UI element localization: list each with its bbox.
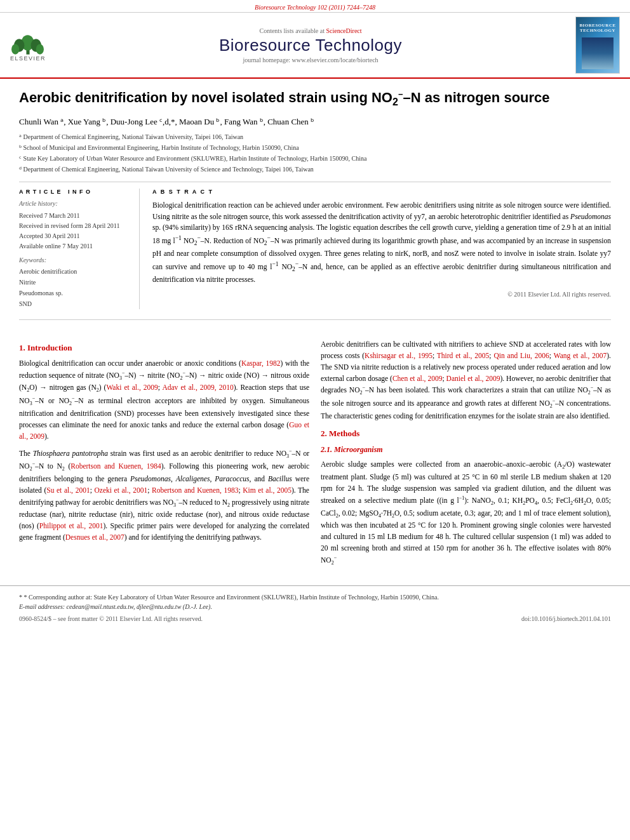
footnote-star-symbol: *: [19, 594, 24, 601]
affiliation-c: ᶜ State Key Laboratory of Urban Water Re…: [19, 154, 611, 163]
keyword-3: Pseudomonas sp.: [19, 288, 130, 298]
available-date: Available online 7 May 2011: [19, 241, 130, 251]
svg-point-4: [11, 44, 19, 54]
abstract-column: A B S T R A C T Biological denitrificati…: [152, 189, 611, 309]
article-history-label: Article history:: [19, 200, 130, 207]
ref-qin[interactable]: Qin and Liu, 2006: [493, 352, 549, 359]
footnote-corresponding-author: * Corresponding author at: State Key Lab…: [24, 594, 439, 601]
methods-para-1: Aerobic sludge samples were collected fr…: [321, 459, 611, 567]
intro-para-1: Biological denitrification can occur und…: [19, 358, 309, 443]
header-inner: ELSEVIER Contents lists available at Sci…: [0, 12, 630, 77]
intro-para-2: The Thiosphaera pantotropha strain was f…: [19, 448, 309, 543]
journal-title-block: Contents lists available at ScienceDirec…: [46, 27, 575, 63]
ref-kaspar[interactable]: Kaspar, 1982: [241, 359, 281, 367]
page-footer: * * Corresponding author at: State Key L…: [0, 585, 630, 626]
sciencedirect-link: Contents lists available at ScienceDirec…: [52, 27, 569, 34]
elsevier-label: ELSEVIER: [10, 55, 46, 62]
cover-title-text: BIORESOURCE TECHNOLOGY: [577, 21, 617, 36]
methods-section-title: 2. Methods: [321, 427, 611, 440]
ref-robertson1984[interactable]: Robertson and Kuenen, 1984: [70, 462, 161, 470]
received-revised-date: Received in revised form 28 April 2011: [19, 221, 130, 231]
footer-bottom-bar: 0960-8524/$ – see front matter © 2011 El…: [19, 615, 611, 622]
copyright-text: © 2011 Elsevier Ltd. All rights reserved…: [152, 291, 611, 298]
affil-text-a: ᵃ Department of Chemical Engineering, Na…: [19, 133, 243, 140]
keyword-4: SND: [19, 298, 130, 309]
affil-text-b: ᵇ School of Municipal and Environmental …: [19, 144, 299, 151]
article-divider: [19, 182, 611, 182]
affiliation-a: ᵃ Department of Chemical Engineering, Na…: [19, 132, 611, 142]
keywords-label: Keywords:: [19, 257, 130, 263]
ref-robertson1983[interactable]: Robertson and Kuenen, 1983: [152, 486, 238, 494]
journal-top-bar: Bioresource Technology 102 (2011) 7244–7…: [0, 3, 630, 12]
article-content: Aerobic denitrification by novel isolate…: [0, 79, 630, 339]
body-col-right: Aerobic denitrifiers can be cultivated w…: [321, 339, 611, 573]
ref-waki[interactable]: Waki et al., 2009: [106, 383, 158, 391]
affiliation-d: ᵈ Department of Chemical Engineering, Na…: [19, 164, 611, 174]
keyword-2: Nitrite: [19, 277, 130, 288]
body-divider: [19, 319, 611, 320]
body-columns: 1. Introduction Biological denitrificati…: [0, 339, 630, 573]
intro-para-right-1: Aerobic denitrifiers can be cultivated w…: [321, 339, 611, 422]
ref-philippot[interactable]: Philippot et al., 2001: [39, 522, 104, 530]
footer-issn: 0960-8524/$ – see front matter © 2011 El…: [19, 615, 203, 622]
affiliations-block: ᵃ Department of Chemical Engineering, Na…: [19, 132, 611, 174]
journal-cover-image: BIORESOURCE TECHNOLOGY: [575, 17, 620, 74]
affiliation-b: ᵇ School of Municipal and Environmental …: [19, 143, 611, 152]
intro-section-title: 1. Introduction: [19, 342, 309, 354]
footer-footnote: * * Corresponding author at: State Key L…: [19, 592, 611, 602]
affil-text-c: ᶜ State Key Laboratory of Urban Water Re…: [19, 155, 366, 162]
elsevier-logo: ELSEVIER: [10, 29, 46, 62]
accepted-date: Accepted 30 April 2011: [19, 231, 130, 241]
info-abstract-columns: A R T I C L E I N F O Article history: R…: [19, 189, 611, 309]
journal-citation: Bioresource Technology 102 (2011) 7244–7…: [255, 4, 375, 11]
keyword-1: Aerobic denitrification: [19, 266, 130, 277]
ref-su2001[interactable]: Su et al., 2001: [46, 486, 90, 494]
microorganism-subsection-title: 2.1. Microorganism: [321, 444, 611, 456]
ref-chen2009[interactable]: Chen et al., 2009: [392, 375, 442, 382]
affil-text-d: ᵈ Department of Chemical Engineering, Na…: [19, 166, 314, 173]
article-info-column: A R T I C L E I N F O Article history: R…: [19, 189, 140, 309]
authors-text: Chunli Wan ᵃ, Xue Yang ᵇ, Duu-Jong Lee ᶜ…: [19, 117, 314, 126]
ref-desnues[interactable]: Desnues et al., 2007: [65, 533, 124, 541]
ref-kim[interactable]: Kim et al., 2005: [243, 486, 292, 494]
ref-third[interactable]: Third et al., 2005: [437, 352, 490, 359]
body-col-left: 1. Introduction Biological denitrificati…: [19, 339, 309, 573]
article-info-header: A R T I C L E I N F O: [19, 189, 130, 195]
ref-adav[interactable]: Adav et al., 2009, 2010: [162, 383, 233, 391]
ref-wang2007[interactable]: Wang et al., 2007: [554, 352, 607, 359]
ref-guo[interactable]: Guo et al., 2009: [19, 421, 309, 440]
page-wrapper: Bioresource Technology 102 (2011) 7244–7…: [0, 0, 630, 626]
journal-header: Bioresource Technology 102 (2011) 7244–7…: [0, 0, 630, 79]
received-date: Received 7 March 2011: [19, 211, 130, 221]
journal-main-title: Bioresource Technology: [52, 36, 569, 55]
ref-ozeki[interactable]: Ozeki et al., 2001: [94, 486, 147, 494]
svg-point-5: [36, 44, 44, 54]
elsevier-tree-icon: [10, 29, 46, 56]
footer-doi: doi:10.1016/j.biortech.2011.04.101: [521, 615, 611, 622]
sciencedirect-url[interactable]: ScienceDirect: [326, 27, 361, 34]
authors-line: Chunli Wan ᵃ, Xue Yang ᵇ, Duu-Jong Lee ᶜ…: [19, 116, 611, 128]
journal-homepage: journal homepage: www.elsevier.com/locat…: [52, 57, 569, 63]
ref-daniel[interactable]: Daniel et al., 2009: [446, 375, 500, 382]
abstract-text: Biological denitrification reaction can …: [152, 200, 611, 286]
article-title: Aerobic denitrification by novel isolate…: [19, 89, 611, 109]
abstract-header: A B S T R A C T: [152, 189, 611, 195]
footer-email-line: E-mail addresses: cedean@mail.ntust.edu.…: [19, 602, 611, 611]
ref-kshirsagar[interactable]: Kshirsagar et al., 1995: [365, 352, 432, 359]
